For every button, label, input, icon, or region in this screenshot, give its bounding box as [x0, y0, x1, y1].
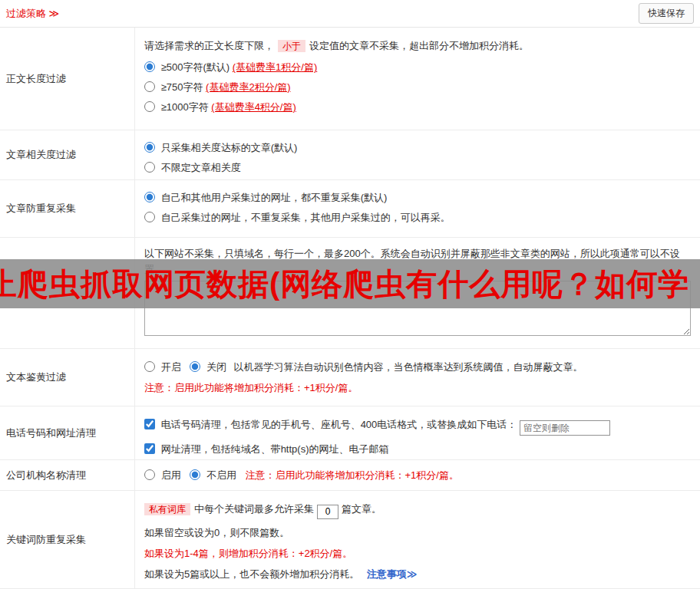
relevance-any-radio[interactable]: [144, 162, 155, 173]
row-label: 文章相关度过滤: [0, 130, 135, 179]
row-keyword-dedup: 关键词防重复采集 私有词库中每个关键词最多允许采集篇文章。 如果留空或设为0，则…: [0, 491, 700, 589]
option-rate-note: (基础费率4积分/篇): [211, 101, 296, 113]
row-relevance-filter: 文章相关度过滤 只采集相关度达标的文章(默认) 不限定文章相关度: [0, 130, 700, 180]
option-text: 不启用: [206, 469, 236, 481]
porn-on-radio[interactable]: [144, 361, 155, 372]
option-text: 不限定文章相关度: [161, 162, 241, 173]
row-label: 电话号码和网址清理: [0, 406, 135, 459]
length-option-1000: ≥1000字符 (基础费率4积分/篇): [144, 100, 691, 114]
relevance-strict-label[interactable]: 只采集相关度达标的文章(默认): [144, 142, 297, 153]
porn-filter-cost-note: 注意：启用此功能将增加积分消耗：+1积分/篇。: [144, 381, 691, 395]
option-text: 开启: [161, 361, 181, 373]
length-filter-desc: 请选择需求的正文长度下限，小于设定值的文章不采集，超出部分不增加积分消耗。: [144, 39, 691, 53]
relevance-option-any: 不限定文章相关度: [144, 160, 691, 175]
option-rate-note: (基础费率1积分/篇): [233, 61, 318, 73]
row-dedup-collection: 文章防重复采集 自己和其他用户采集过的网址，都不重复采集(默认) 自己采集过的网…: [0, 180, 700, 238]
company-off-radio[interactable]: [190, 469, 200, 480]
filter-strategy-page: 过滤策略 ≫ 快速保存 正文长度过滤 请选择需求的正文长度下限，小于设定值的文章…: [0, 0, 700, 589]
length-option-500-label[interactable]: ≥500字符(默认) (基础费率1积分/篇): [144, 61, 317, 73]
checkbox-text: 电话号码清理，包括常见的手机号、座机号、400电话格式，或替换成如下电话：: [161, 419, 517, 430]
porn-off-label[interactable]: 关闭: [190, 361, 229, 373]
topbar: 过滤策略 ≫ 快速保存: [0, 0, 700, 28]
company-off-label[interactable]: 不启用: [190, 469, 239, 481]
checkbox-text: 网址清理，包括纯域名、带http(s)的网址、电子邮箱: [161, 443, 389, 455]
phone-cleanup-checkbox[interactable]: [144, 419, 155, 429]
row-label: 文章防重复采集: [0, 180, 135, 237]
page-title[interactable]: 过滤策略 ≫: [6, 7, 59, 21]
length-option-1000-label[interactable]: ≥1000字符 (基础费率4积分/篇): [144, 101, 296, 113]
company-on-label[interactable]: 启用: [144, 469, 183, 481]
option-text: ≥1000字符: [161, 101, 209, 113]
option-text: 启用: [161, 469, 181, 481]
dedup-global-radio[interactable]: [144, 192, 155, 202]
row-company-name-cleanup: 公司机构名称清理 启用 不启用 注意：启用此功能将增加积分消耗：+1积分/篇。: [0, 460, 700, 491]
dedup-option-global: 自己和其他用户采集过的网址，都不重复采集(默认): [144, 190, 691, 205]
dedup-self-radio[interactable]: [144, 212, 155, 222]
row-content: 开启 关闭 以机器学习算法自动识别色情内容，当色情概率达到系统阈值，自动屏蔽文章…: [135, 349, 700, 406]
quick-save-button[interactable]: 快速保存: [639, 3, 694, 24]
notice-link[interactable]: 注意事项≫: [367, 568, 418, 580]
keyword-note-5plus: 如果设为5篇或以上，也不会额外增加积分消耗。 注意事项≫: [144, 568, 691, 581]
porn-filter-options: 开启 关闭 以机器学习算法自动识别色情内容，当色情概率达到系统阈值，自动屏蔽文章…: [144, 360, 691, 374]
row-phone-url-cleanup: 电话号码和网址清理 电话号码清理，包括常见的手机号、座机号、400电话格式，或替…: [0, 406, 700, 460]
row-label: 关键词防重复采集: [0, 491, 135, 588]
length-option-750-label[interactable]: ≥750字符 (基础费率2积分/篇): [144, 81, 291, 93]
company-cleanup-options: 启用 不启用 注意：启用此功能将增加积分消耗：+1积分/篇。: [144, 469, 691, 482]
row-body-length-filter: 正文长度过滤 请选择需求的正文长度下限，小于设定值的文章不采集，超出部分不增加积…: [0, 28, 700, 130]
limit-text: 中每个关键词最多允许采集: [194, 503, 314, 515]
company-on-radio[interactable]: [144, 469, 155, 480]
option-text: ≥750字符: [161, 81, 203, 93]
row-content: 启用 不启用 注意：启用此功能将增加积分消耗：+1积分/篇。: [135, 460, 700, 490]
length-1000-radio[interactable]: [144, 101, 155, 112]
relevance-option-strict: 只采集相关度达标的文章(默认): [144, 140, 691, 155]
company-cleanup-cost-note: 注意：启用此功能将增加积分消耗：+1积分/篇。: [246, 469, 459, 481]
url-cleanup-checkbox[interactable]: [144, 443, 155, 454]
option-text: 关闭: [206, 361, 226, 373]
length-750-radio[interactable]: [144, 81, 155, 92]
option-text: 只采集相关度达标的文章(默认): [161, 142, 298, 153]
porn-filter-desc: 以机器学习算法自动识别色情内容，当色情概率达到系统阈值，自动屏蔽文章。: [234, 361, 583, 373]
ad-overlay[interactable]: 止爬虫抓取网页数据(网络爬虫有什么用呢？如何学: [0, 259, 700, 308]
less-than-tag: 小于: [278, 40, 305, 52]
row-label: 公司机构名称清理: [0, 460, 135, 490]
desc-text: 设定值的文章不采集，超出部分不增加积分消耗。: [309, 40, 529, 51]
url-cleanup-label[interactable]: 网址清理，包括纯域名、带http(s)的网址、电子邮箱: [144, 443, 388, 455]
dedup-global-label[interactable]: 自己和其他用户采集过的网址，都不重复采集(默认): [144, 192, 387, 203]
keyword-limit-input[interactable]: [317, 505, 338, 519]
length-option-500: ≥500字符(默认) (基础费率1积分/篇): [144, 60, 691, 74]
row-label: 正文长度过滤: [0, 28, 135, 130]
option-rate-note: (基础费率2积分/篇): [206, 81, 291, 93]
porn-on-label[interactable]: 开启: [144, 361, 183, 373]
phone-cleanup-line: 电话号码清理，包括常见的手机号、座机号、400电话格式，或替换成如下电话：: [144, 418, 691, 436]
row-content: 私有词库中每个关键词最多允许采集篇文章。 如果留空或设为0，则不限篇数。 如果设…: [135, 491, 700, 588]
row-content: 请选择需求的正文长度下限，小于设定值的文章不采集，超出部分不增加积分消耗。 ≥5…: [135, 28, 700, 130]
row-content: 电话号码清理，包括常见的手机号、座机号、400电话格式，或替换成如下电话： 网址…: [135, 406, 700, 459]
relevance-any-label[interactable]: 不限定文章相关度: [144, 162, 241, 173]
desc-text: 请选择需求的正文长度下限，: [144, 40, 274, 51]
note-text: 如果设为5篇或以上，也不会额外增加积分消耗。: [144, 568, 359, 580]
length-500-radio[interactable]: [144, 61, 155, 72]
keyword-note-zero: 如果留空或设为0，则不限篇数。: [144, 526, 691, 540]
dedup-self-label[interactable]: 自己采集过的网址，不重复采集，其他用户采集过的，可以再采。: [144, 212, 451, 223]
limit-text-end: 篇文章。: [342, 503, 381, 515]
row-label: 文本鉴黄过滤: [0, 349, 135, 406]
phone-cleanup-label[interactable]: 电话号码清理，包括常见的手机号、座机号、400电话格式，或替换成如下电话：: [144, 419, 520, 430]
length-option-750: ≥750字符 (基础费率2积分/篇): [144, 80, 691, 94]
url-cleanup-line: 网址清理，包括纯域名、带http(s)的网址、电子邮箱: [144, 443, 691, 456]
option-text: ≥500字符(默认): [161, 61, 229, 73]
porn-off-radio[interactable]: [190, 361, 200, 372]
ad-overlay-text: 止爬虫抓取网页数据(网络爬虫有什么用呢？如何学: [0, 263, 689, 305]
row-porn-filter: 文本鉴黄过滤 开启 关闭 以机器学习算法自动识别色情内容，当色情概率达到系统阈值…: [0, 349, 700, 406]
row-content: 自己和其他用户采集过的网址，都不重复采集(默认) 自己采集过的网址，不重复采集，…: [135, 180, 700, 237]
keyword-limit-line: 私有词库中每个关键词最多允许采集篇文章。: [144, 502, 691, 519]
option-text: 自己采集过的网址，不重复采集，其他用户采集过的，可以再采。: [161, 212, 451, 223]
relevance-strict-radio[interactable]: [144, 142, 155, 153]
replacement-phone-input[interactable]: [520, 420, 610, 436]
row-content: 只采集相关度达标的文章(默认) 不限定文章相关度: [135, 130, 700, 179]
dedup-option-self: 自己采集过的网址，不重复采集，其他用户采集过的，可以再采。: [144, 210, 691, 225]
private-lexicon-tag: 私有词库: [144, 503, 190, 515]
keyword-note-1-4: 如果设为1-4篇，则增加积分消耗：+2积分/篇。: [144, 547, 691, 561]
option-text: 自己和其他用户采集过的网址，都不重复采集(默认): [161, 192, 388, 203]
